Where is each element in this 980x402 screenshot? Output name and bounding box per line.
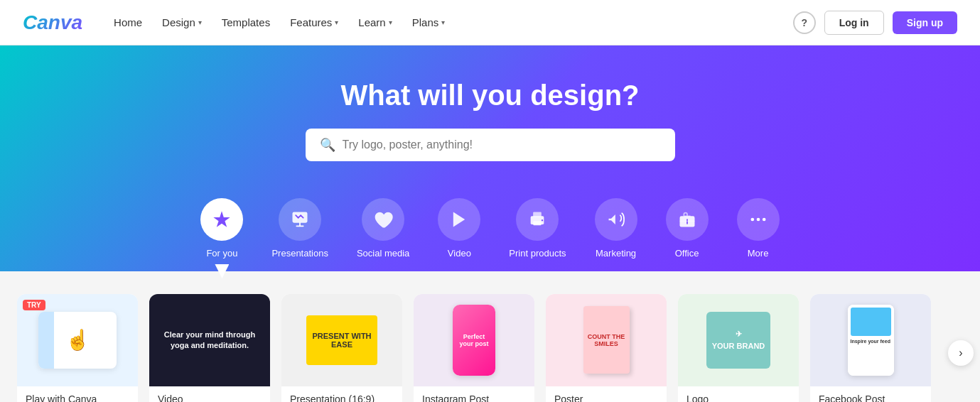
card-facebook-post[interactable]: Inspire your feed Facebook Post: [810, 294, 931, 402]
marketing-icon-wrap: [595, 198, 637, 241]
svg-rect-3: [534, 212, 542, 217]
card-label-fb: Facebook Post: [810, 386, 931, 402]
category-video[interactable]: Video: [424, 190, 495, 271]
search-bar: 🔍: [306, 129, 675, 161]
chevron-down-icon: ▾: [389, 18, 392, 26]
card-label-play: Play with Canva: [17, 386, 138, 402]
card-thumb-logo: ✈ YOUR BRAND: [678, 294, 799, 386]
card-label-video: Video: [149, 386, 270, 402]
fb-bg: Inspire your feed: [810, 294, 931, 386]
pres-bg: PRESENT WITH EASE: [281, 294, 402, 386]
video-icon: [449, 210, 469, 229]
login-button[interactable]: Log in: [824, 11, 884, 35]
card-label-logo: Logo: [678, 386, 799, 402]
card-logo[interactable]: ✈ YOUR BRAND Logo: [678, 294, 799, 402]
category-for-you[interactable]: For you: [186, 190, 257, 271]
printer-icon: [527, 210, 547, 229]
card-thumb-ig: Perfect your post: [414, 294, 534, 386]
hero-title: What will you design?: [23, 80, 957, 112]
svg-point-10: [756, 218, 760, 222]
fb-image: [851, 308, 891, 336]
play-inner: ☝: [38, 312, 117, 369]
categories-row: For you Presentations Social media: [23, 190, 957, 271]
for-you-icon-wrap: [200, 198, 243, 241]
video-overlay-text: Clear your mind through yoga and meditat…: [149, 324, 270, 357]
nav-learn[interactable]: Learn ▾: [350, 11, 400, 34]
card-instagram-post[interactable]: Perfect your post Instagram Post: [414, 294, 534, 402]
card-presentation[interactable]: PRESENT WITH EASE Presentation (16:9): [281, 294, 402, 402]
presentations-icon-wrap: [279, 198, 321, 241]
signup-button[interactable]: Sign up: [893, 11, 957, 34]
card-video[interactable]: Clear your mind through yoga and meditat…: [149, 294, 270, 402]
fb-text-overlay: Inspire your feed: [851, 339, 891, 344]
help-button[interactable]: ?: [793, 11, 816, 34]
office-icon-wrap: [666, 198, 709, 241]
phone-mockup: Perfect your post: [453, 305, 495, 376]
play-sidebar: [38, 312, 54, 369]
phone-screen-text: Perfect your post: [453, 305, 495, 376]
category-social-media[interactable]: Social media: [343, 190, 424, 271]
heart-icon: [373, 210, 393, 229]
cursor-icon: ☝: [65, 328, 90, 352]
nav-design[interactable]: Design ▾: [154, 11, 210, 34]
nav-templates[interactable]: Templates: [213, 11, 279, 34]
video-icon-wrap: [438, 198, 480, 241]
nav-plans[interactable]: Plans ▾: [404, 11, 454, 34]
ig-bg: Perfect your post: [414, 294, 534, 386]
chevron-down-icon: ▾: [198, 18, 202, 26]
category-more[interactable]: More: [723, 190, 794, 271]
search-input[interactable]: [343, 138, 661, 151]
cards-section: TRY ☝ Play with Canva Clear your mind th…: [0, 271, 980, 402]
navbar: Canva Home Design ▾ Templates Features ▾…: [0, 0, 980, 45]
card-label-pres: Presentation (16:9): [281, 386, 402, 402]
logo-card-plane: ✈: [736, 330, 742, 339]
card-poster[interactable]: COUNT THE SMILES Poster: [546, 294, 667, 402]
poster-bg: COUNT THE SMILES: [546, 294, 667, 386]
navbar-right: ? Log in Sign up: [793, 11, 957, 35]
card-thumb-pres: PRESENT WITH EASE: [281, 294, 402, 386]
card-thumb-poster: COUNT THE SMILES: [546, 294, 667, 386]
card-label-poster: Poster: [546, 386, 667, 402]
svg-point-5: [542, 219, 543, 221]
social-media-icon-wrap: [362, 198, 404, 241]
chevron-down-icon: ▾: [441, 18, 445, 26]
svg-point-9: [750, 218, 754, 222]
category-presentations[interactable]: Presentations: [257, 190, 343, 271]
cards-row: TRY ☝ Play with Canva Clear your mind th…: [17, 294, 963, 402]
category-office[interactable]: Office: [652, 190, 723, 271]
svg-rect-4: [534, 221, 542, 225]
nav-home[interactable]: Home: [105, 11, 151, 34]
svg-marker-1: [453, 212, 465, 227]
fb-phone-mockup: Inspire your feed: [848, 305, 894, 376]
card-thumb-video: Clear your mind through yoga and meditat…: [149, 294, 270, 386]
more-icon-wrap: [737, 198, 780, 241]
card-label-ig: Instagram Post: [414, 386, 534, 402]
chevron-down-icon: ▾: [335, 18, 338, 26]
category-print-products[interactable]: Print products: [495, 190, 580, 271]
logo-bg: ✈ YOUR BRAND: [678, 294, 799, 386]
logo-card-text: ✈ YOUR BRAND: [706, 312, 770, 369]
logo[interactable]: Canva: [23, 11, 82, 34]
poster-book-text: COUNT THE SMILES: [583, 306, 630, 374]
card-thumb-play: TRY ☝: [17, 294, 138, 386]
presentation-icon: [290, 210, 310, 229]
nav-features[interactable]: Features ▾: [281, 11, 347, 34]
fb-screen: Inspire your feed: [848, 305, 894, 376]
nav-links: Home Design ▾ Templates Features ▾ Learn…: [105, 11, 793, 34]
more-dots-icon: [748, 210, 768, 229]
card-thumb-fb: Inspire your feed: [810, 294, 931, 386]
card-play-with-canva[interactable]: TRY ☝ Play with Canva: [17, 294, 138, 402]
sparkle-icon: [212, 210, 232, 229]
pres-inner-text: PRESENT WITH EASE: [306, 315, 377, 365]
try-badge: TRY: [23, 300, 45, 310]
search-icon: 🔍: [320, 137, 335, 153]
svg-rect-0: [293, 212, 308, 223]
print-icon-wrap: [516, 198, 559, 241]
category-marketing[interactable]: Marketing: [581, 190, 652, 271]
video-bg: Clear your mind through yoga and meditat…: [149, 294, 270, 386]
briefcase-icon: [677, 210, 697, 229]
next-arrow-button[interactable]: ›: [948, 340, 974, 366]
megaphone-icon: [606, 210, 626, 229]
svg-point-11: [762, 218, 765, 222]
hero-section: What will you design? 🔍 For you: [0, 45, 980, 271]
